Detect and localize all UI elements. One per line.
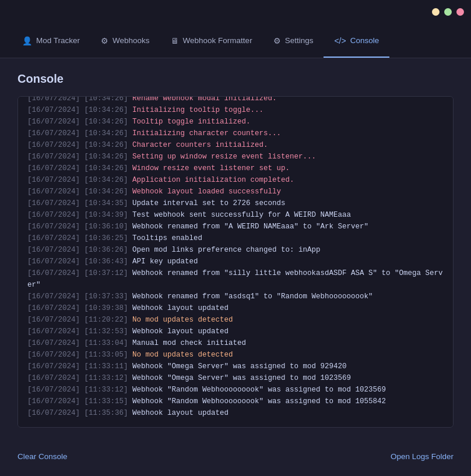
log-line: [16/07/2024] [10:34:26] Character counte… [27, 139, 444, 151]
log-line: [16/07/2024] [10:36:25] Tooltips enabled [27, 232, 444, 244]
nav-console-label: Console [350, 36, 379, 45]
nav-webhook-formatter[interactable]: 🖥 Webhook Formatter [160, 23, 263, 58]
nav-settings[interactable]: ⚙ Settings [263, 23, 324, 58]
log-line: [16/07/2024] [10:36:43] API key updated [27, 256, 444, 267]
log-line: [16/07/2024] [11:33:04] Manual mod check… [27, 337, 444, 349]
nav-mod-tracker[interactable]: 👤 Mod Tracker [12, 23, 90, 58]
formatter-icon: 🖥 [171, 36, 179, 45]
user-icon: 👤 [22, 36, 32, 45]
log-line: [16/07/2024] [10:34:26] Setting up windo… [27, 151, 444, 163]
nav-webhook-formatter-label: Webhook Formatter [183, 36, 252, 45]
nav-webhooks[interactable]: ⚙ Webhooks [90, 23, 160, 58]
console-icon: </> [334, 36, 346, 45]
log-line: [16/07/2024] [10:34:26] Rename webhook m… [27, 96, 444, 104]
nav-webhooks-label: Webhooks [113, 36, 150, 45]
log-line: [16/07/2024] [10:34:26] Initializing too… [27, 104, 444, 116]
nav-mod-tracker-label: Mod Tracker [36, 36, 80, 45]
nav-bar: 👤 Mod Tracker ⚙ Webhooks 🖥 Webhook Forma… [0, 23, 471, 58]
log-line: [16/07/2024] [10:34:26] Window resize ev… [27, 163, 444, 174]
console-area[interactable]: [16/07/2024] [10:34:26] Rename webhook m… [17, 96, 454, 428]
log-line: [16/07/2024] [10:36:26] Open mod links p… [27, 244, 444, 256]
webhooks-icon: ⚙ [101, 36, 108, 45]
log-line: [16/07/2024] [10:34:26] Initializing cha… [27, 128, 444, 139]
log-line: [16/07/2024] [11:33:12] Webhook "Random … [27, 384, 444, 396]
footer: Clear Console Open Logs Folder [0, 439, 471, 476]
log-line: [16/07/2024] [11:32:53] Webhook layout u… [27, 326, 444, 337]
clear-console-button[interactable]: Clear Console [17, 450, 68, 463]
log-line: [16/07/2024] [11:33:12] Webhook "Omega S… [27, 372, 444, 384]
close-button[interactable] [456, 8, 464, 16]
log-line: [16/07/2024] [10:37:12] Webhook renamed … [27, 267, 444, 291]
page-title: Console [17, 72, 454, 86]
log-line: [16/07/2024] [11:35:36] Webhook layout u… [27, 407, 444, 419]
log-line: [16/07/2024] [11:33:05] No mod updates d… [27, 349, 444, 361]
main-content: Console [16/07/2024] [10:34:26] Rename w… [0, 58, 471, 439]
log-line: [16/07/2024] [11:20:22] No mod updates d… [27, 314, 444, 326]
log-line: [16/07/2024] [10:39:38] Webhook layout u… [27, 302, 444, 314]
window-controls [432, 8, 464, 16]
log-line: [16/07/2024] [10:34:39] Test webhook sen… [27, 209, 444, 221]
log-line: [16/07/2024] [10:34:26] Application init… [27, 174, 444, 186]
nav-console[interactable]: </> Console [324, 23, 389, 58]
nav-settings-label: Settings [285, 36, 314, 45]
log-line: [16/07/2024] [11:33:15] Webhook "Random … [27, 396, 444, 407]
open-logs-button[interactable]: Open Logs Folder [391, 450, 454, 463]
minimize-button[interactable] [432, 8, 440, 16]
log-line: [16/07/2024] [11:33:11] Webhook "Omega S… [27, 361, 444, 372]
maximize-button[interactable] [444, 8, 452, 16]
log-line: [16/07/2024] [10:34:26] Webhook layout l… [27, 186, 444, 198]
log-line: [16/07/2024] [10:34:26] Tooltip toggle i… [27, 116, 444, 128]
title-bar [0, 0, 471, 23]
log-line: [16/07/2024] [10:36:10] Webhook renamed … [27, 221, 444, 232]
log-line: [16/07/2024] [10:34:35] Update interval … [27, 198, 444, 209]
settings-icon: ⚙ [273, 36, 281, 45]
log-line: [16/07/2024] [10:37:33] Webhook renamed … [27, 291, 444, 302]
